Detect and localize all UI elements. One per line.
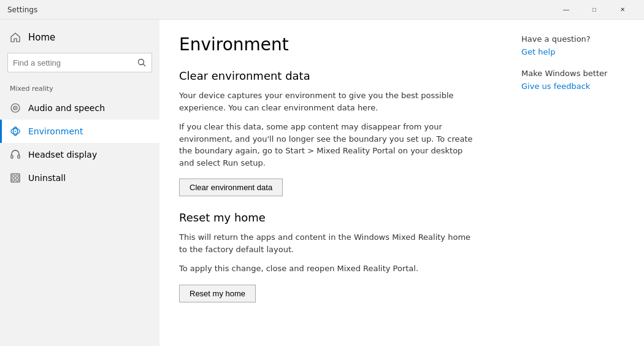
svg-point-1 [139, 60, 144, 65]
uninstall-icon [10, 172, 21, 183]
section-label-mixed-reality: Mixed reality [0, 77, 159, 96]
clear-desc-2: If you clear this data, some app content… [179, 121, 473, 169]
sidebar-item-environment-label: Environment [28, 126, 83, 136]
svg-rect-14 [12, 179, 15, 181]
clear-data-button[interactable]: Clear environment data [179, 179, 283, 196]
sidebar-item-headset-label: Headset display [28, 150, 97, 160]
feedback-title: Make Windows better [521, 69, 632, 78]
right-panel: Have a question? Get help Make Windows b… [509, 20, 644, 346]
svg-rect-10 [18, 155, 20, 158]
sidebar-item-audio-label: Audio and speech [28, 103, 105, 113]
sidebar-item-environment[interactable]: Environment [0, 120, 159, 143]
reset-section-title: Reset my home [179, 211, 489, 224]
clear-section-title: Clear environment data [179, 69, 489, 82]
give-feedback-link[interactable]: Give us feedback [521, 82, 632, 91]
maximize-button[interactable]: □ [580, 0, 608, 20]
window-controls: — □ ✕ [552, 0, 637, 20]
audio-icon [10, 102, 21, 113]
svg-line-2 [144, 64, 146, 67]
environment-icon [10, 126, 21, 137]
search-box [7, 53, 152, 72]
sidebar-item-uninstall-label: Uninstall [28, 173, 66, 183]
svg-rect-15 [16, 179, 18, 181]
help-title: Have a question? [521, 34, 632, 44]
clear-desc-1: Your device captures your environment to… [179, 90, 473, 113]
reset-home-button[interactable]: Reset my home [179, 285, 256, 302]
svg-rect-12 [12, 175, 15, 177]
sidebar-item-headset[interactable]: Headset display [0, 143, 159, 166]
main-content: Environment Clear environment data Your … [159, 20, 509, 346]
search-button[interactable] [132, 53, 151, 72]
search-input[interactable] [8, 53, 132, 72]
svg-rect-13 [16, 175, 18, 177]
app-body: Home Mixed reality Audio and speech [0, 20, 644, 346]
reset-desc-1: This will return the apps and content in… [179, 231, 473, 255]
svg-rect-9 [11, 155, 13, 158]
home-icon [10, 32, 21, 43]
get-help-link[interactable]: Get help [521, 47, 632, 56]
title-bar-text: Settings [7, 6, 552, 14]
reset-desc-2: To apply this change, close and reopen M… [179, 263, 473, 275]
title-bar: Settings — □ ✕ [0, 0, 644, 20]
svg-point-8 [15, 131, 16, 132]
svg-point-5 [15, 107, 16, 109]
headset-icon [10, 149, 21, 160]
minimize-button[interactable]: — [552, 0, 580, 20]
sidebar-item-uninstall[interactable]: Uninstall [0, 166, 159, 190]
sidebar-home-item[interactable]: Home [0, 27, 159, 48]
sidebar-item-audio[interactable]: Audio and speech [0, 96, 159, 120]
close-button[interactable]: ✕ [608, 0, 637, 20]
sidebar-home-label: Home [28, 32, 55, 43]
sidebar: Home Mixed reality Audio and speech [0, 20, 159, 346]
page-title: Environment [179, 34, 489, 55]
